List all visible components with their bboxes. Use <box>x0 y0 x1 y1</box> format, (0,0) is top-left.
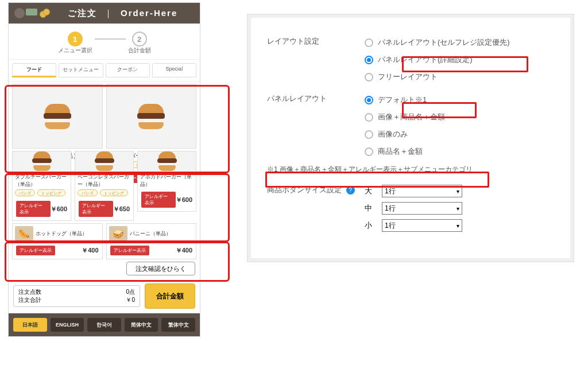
radio-icon <box>365 113 373 122</box>
lang-zht[interactable]: 繁体中文 <box>161 318 195 332</box>
menu-card-medium[interactable]: アボカドバーガー（単品） アレルギー表示￥600 <box>137 151 196 212</box>
sum-value: ￥0 <box>126 296 135 304</box>
sum-label: 注文合計 <box>18 296 41 304</box>
summary-box: 注文点数0点 注文合計￥0 <box>13 285 140 307</box>
chevron-down-icon: ▾ <box>457 223 459 229</box>
step-2: 2 合計金額 <box>128 32 151 55</box>
lang-zhs[interactable]: 简体中文 <box>125 318 158 332</box>
title-en: Order-Here <box>121 8 177 18</box>
open-order-confirm-button[interactable]: 注文確認をひらく <box>126 262 195 275</box>
panel-option-default[interactable]: デフォルト※1 <box>365 91 554 108</box>
menu-card-medium[interactable]: ベーコンレタスバーガー（単品） バンズトッピング アレルギー表示￥650 <box>75 151 134 221</box>
menu-card-small[interactable]: 🌭ホットドッグ（単品） アレルギー表示￥400 <box>12 223 103 259</box>
panel-option-img-only[interactable]: 画像のみ <box>365 126 554 143</box>
panel-option-name-price[interactable]: 商品名＋金額 <box>365 143 554 160</box>
count-label: 注文点数 <box>18 288 41 296</box>
tab-coupon[interactable]: クーポン <box>106 63 150 77</box>
radio-icon <box>365 96 373 104</box>
menu-row-large: ハンバーガー（単品） バンズ トッピング アレルギー表示 ￥400 チーズバーガ… <box>12 84 196 149</box>
panel-option-img-name-price[interactable]: 画像＋商品名＋金額 <box>365 108 554 126</box>
menu-card-large[interactable]: ハンバーガー（単品） バンズ トッピング アレルギー表示 ￥400 <box>12 84 103 149</box>
size-large-select[interactable]: 1行▾ <box>382 185 462 197</box>
lang-ja[interactable]: 日本語 <box>13 318 47 332</box>
item-price: ￥600 <box>51 205 67 213</box>
title-separator: ｜ <box>104 8 114 18</box>
settings-panel: レイアウト設定 パネルレイアウト(セルフレジ設定優先) パネルレイアウト(詳細設… <box>247 14 574 262</box>
help-icon[interactable]: ? <box>346 186 355 195</box>
item-name: アボカドバーガー（単品） <box>138 171 196 189</box>
menu-card-large[interactable]: チーズバーガー（単品） バンズ トッピング アレルギー表示 ￥500 <box>106 84 197 149</box>
chevron-down-icon: ▾ <box>457 205 459 212</box>
header-title: ご注文 ｜ Order-Here <box>51 8 194 19</box>
money-bill-icon <box>26 9 37 15</box>
hotdog-image: 🌭 <box>15 226 33 241</box>
radio-icon <box>365 38 373 47</box>
menu-grid: ハンバーガー（単品） バンズ トッピング アレルギー表示 ￥400 チーズバーガ… <box>9 81 200 262</box>
item-name: パニーニ（単品） <box>130 230 171 238</box>
item-price: ￥400 <box>176 246 192 255</box>
size-medium-label: 中 <box>365 203 376 213</box>
radio-icon <box>365 147 373 156</box>
step-indicator: 1 メニュー選択 2 合計金額 <box>9 24 200 59</box>
layout-option-free[interactable]: フリーレイアウト <box>365 68 554 85</box>
menu-card-medium[interactable]: ダブルチーズバーガー（単品） バンズトッピング アレルギー表示￥600 <box>12 151 71 221</box>
step-2-circle: 2 <box>132 32 147 46</box>
menu-card-small[interactable]: 🥪パニーニ（単品） アレルギー表示￥400 <box>106 223 197 259</box>
kiosk-header: ご注文 ｜ Order-Here <box>9 3 200 24</box>
layout-option-detailed[interactable]: パネルレイアウト(詳細設定) <box>365 51 554 68</box>
size-row-small: 小 1行▾ <box>365 217 554 234</box>
avatar-icon <box>14 8 25 18</box>
button-size-label: 商品ボタンサイズ設定 ? <box>267 182 365 195</box>
tab-special[interactable]: Special <box>152 63 196 77</box>
card-footer: アレルギー表示￥400 <box>13 243 102 259</box>
size-row-medium: 中 1行▾ <box>365 200 554 217</box>
allergy-badge[interactable]: アレルギー表示 <box>110 246 149 255</box>
burger-image <box>75 151 133 171</box>
item-name: ホットドッグ（単品） <box>36 230 87 238</box>
lang-en[interactable]: ENGLISH <box>51 318 84 332</box>
submenu-chips: バンズトッピング <box>13 189 71 199</box>
item-name: ダブルチーズバーガー（単品） <box>13 171 71 189</box>
category-tabs: フード セットメニュー クーポン Special <box>9 59 200 81</box>
allergy-badge[interactable]: アレルギー表示 <box>141 192 176 208</box>
step-connector <box>95 38 126 40</box>
total-amount-button[interactable]: 合計金額 <box>145 283 195 309</box>
card-footer: アレルギー表示￥400 <box>107 243 196 259</box>
step-1: 1 メニュー選択 <box>58 32 92 55</box>
chevron-down-icon: ▾ <box>457 188 459 195</box>
order-kiosk-preview: ご注文 ｜ Order-Here 1 メニュー選択 2 合計金額 フード セット… <box>8 2 200 337</box>
tab-food[interactable]: フード <box>12 63 56 77</box>
step-1-circle: 1 <box>68 32 83 46</box>
allergy-badge[interactable]: アレルギー表示 <box>16 246 55 255</box>
submenu-chips: バンズトッピング <box>75 189 133 199</box>
card-footer: アレルギー表示￥600 <box>13 199 71 220</box>
language-bar: 日本語 ENGLISH 한국어 简体中文 繁体中文 <box>9 313 200 336</box>
card-footer: アレルギー表示￥600 <box>138 189 196 211</box>
card-footer: アレルギー表示￥650 <box>75 199 133 220</box>
default-layout-note: ※1 画像＋商品名＋金額＋アレルギー表示＋サブメニューカテゴリ <box>267 165 554 174</box>
chip-buns: バンズ <box>78 189 98 196</box>
chip-topping: トッピング <box>100 189 128 196</box>
size-row-large: 大 1行▾ <box>365 182 554 200</box>
menu-row-medium: ダブルチーズバーガー（単品） バンズトッピング アレルギー表示￥600 ベーコン… <box>12 151 196 221</box>
allergy-badge[interactable]: アレルギー表示 <box>16 201 51 217</box>
panel-layout-row: パネルレイアウト デフォルト※1 画像＋商品名＋金額 画像のみ 商品名＋金額 <box>267 91 554 160</box>
panel-layout-label: パネルレイアウト <box>267 91 365 104</box>
item-price: ￥600 <box>176 196 192 204</box>
lang-ko[interactable]: 한국어 <box>87 318 121 332</box>
item-price: ￥650 <box>113 205 130 213</box>
tab-set[interactable]: セットメニュー <box>59 63 103 77</box>
allergy-badge[interactable]: アレルギー表示 <box>79 201 113 217</box>
order-summary: 注文点数0点 注文合計￥0 合計金額 <box>9 279 200 313</box>
radio-icon <box>365 130 373 139</box>
step-2-label: 合計金額 <box>128 46 151 55</box>
item-name: ベーコンレタスバーガー（単品） <box>75 171 133 189</box>
radio-icon <box>365 73 373 81</box>
radio-icon <box>365 56 373 64</box>
layout-option-selfreg[interactable]: パネルレイアウト(セルフレジ設定優先) <box>365 34 554 51</box>
chip-topping: トッピング <box>37 189 65 196</box>
size-small-select[interactable]: 1行▾ <box>382 219 462 232</box>
chip-buns: バンズ <box>15 189 35 196</box>
burger-image <box>13 151 71 171</box>
size-medium-select[interactable]: 1行▾ <box>382 202 462 215</box>
